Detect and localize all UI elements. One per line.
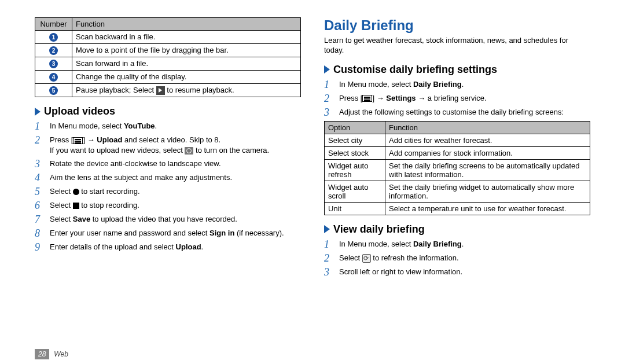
- table-row: Unit Select a temperature unit to use fo…: [325, 202, 590, 215]
- section-label: Web: [54, 350, 68, 358]
- th-option: Option: [325, 121, 385, 134]
- fn-cell: Select a temperature unit to use for wea…: [385, 202, 590, 215]
- opt-cell: Unit: [325, 202, 385, 215]
- table-row: 1 Scan backward in a file.: [35, 31, 301, 44]
- fn-cell: Pause playback; Select to resume playbac…: [72, 84, 301, 97]
- camera-icon: [185, 147, 193, 155]
- table-row: Select city Add cities for weather forec…: [325, 134, 590, 146]
- chevron-right-icon: [324, 225, 330, 233]
- page-footer: 28 Web: [35, 349, 68, 359]
- upload-steps: 1 In Menu mode, select YouTube. 2 Press …: [35, 121, 301, 252]
- num-badge-3: 3: [49, 60, 58, 68]
- page-layout: Number Function 1 Scan backward in a fil…: [0, 0, 625, 286]
- options-table: Option Function Select city Add cities f…: [324, 121, 590, 215]
- step-number: 3: [324, 107, 333, 117]
- table-row: Select stock Add companies for stock inf…: [325, 146, 590, 159]
- step-text: In Menu mode, select Daily Briefing.: [339, 79, 464, 90]
- h1-daily-briefing: Daily Briefing: [324, 17, 590, 34]
- num-badge-4: 4: [49, 73, 58, 82]
- step-text: Aim the lens at the subject and make any…: [50, 172, 232, 183]
- play-icon: [156, 86, 165, 95]
- table-row: 3 Scan forward in a file.: [35, 57, 301, 71]
- fn-cell: Set the daily briefing widget to automat…: [385, 181, 590, 202]
- step-text: Scroll left or right to view information…: [339, 267, 462, 277]
- num-badge-5: 5: [49, 86, 58, 95]
- fn-cell: Scan forward in a file.: [72, 57, 301, 71]
- step-text: Adjust the following settings to customi…: [339, 107, 564, 117]
- fn-cell: Scan backward in a file.: [72, 31, 301, 44]
- step-number: 1: [324, 239, 333, 249]
- page-number: 28: [35, 349, 49, 359]
- step-text: Select to stop recording.: [50, 200, 139, 211]
- refresh-icon: [362, 254, 371, 263]
- th-function: Function: [385, 121, 590, 134]
- step-text: Select to refresh the information.: [339, 253, 459, 263]
- step-number: 1: [35, 121, 44, 131]
- fn-cell: Change the quality of the display.: [72, 71, 301, 84]
- step-number: 8: [35, 228, 44, 238]
- step-text: Enter your user name and password and se…: [50, 228, 284, 238]
- opt-cell: Widget auto scroll: [325, 181, 385, 202]
- step-text: Rotate the device anti-clockwise to land…: [50, 159, 221, 169]
- stop-icon: [73, 203, 79, 209]
- step-number: 3: [324, 267, 333, 277]
- step-number: 5: [35, 186, 44, 197]
- step-number: 6: [35, 200, 44, 211]
- table-row: Widget auto scroll Set the daily briefin…: [325, 181, 590, 202]
- table-row: 5 Pause playback; Select to resume playb…: [35, 84, 301, 97]
- menu-key-icon: [73, 137, 83, 144]
- intro-text: Learn to get weather forecast, stock inf…: [324, 36, 590, 56]
- step-text: Select Save to upload the video that you…: [50, 214, 237, 225]
- h2-view: View daily briefing: [333, 223, 425, 236]
- step-number: 1: [324, 79, 333, 90]
- view-steps: 1 In Menu mode, select Daily Briefing. 2…: [324, 239, 590, 277]
- fn-cell: Add cities for weather forecast.: [385, 134, 590, 146]
- step-number: 9: [35, 242, 44, 252]
- table-row: Widget auto refresh Set the daily briefi…: [325, 159, 590, 181]
- opt-cell: Select stock: [325, 146, 385, 159]
- num-badge-1: 1: [49, 33, 58, 42]
- fn-cell: Add companies for stock information.: [385, 146, 590, 159]
- step-text: Press [] → Settings → a briefing service…: [339, 93, 487, 104]
- table-row: 2 Move to a point of the file by draggin…: [35, 44, 301, 57]
- num-badge-2: 2: [49, 46, 58, 55]
- opt-cell: Widget auto refresh: [325, 159, 385, 181]
- step-text: In Menu mode, select YouTube.: [50, 121, 157, 131]
- section-heading-customise: Customise daily briefing settings: [324, 64, 590, 76]
- step-number: 7: [35, 214, 44, 225]
- playback-controls-table: Number Function 1 Scan backward in a fil…: [35, 17, 301, 97]
- record-icon: [73, 189, 79, 195]
- left-column: Number Function 1 Scan backward in a fil…: [35, 17, 301, 281]
- section-heading-upload: Upload videos: [35, 105, 301, 117]
- fn-cell: Set the daily briefing screens to be aut…: [385, 159, 590, 181]
- right-column: Daily Briefing Learn to get weather fore…: [324, 17, 590, 281]
- step-number: 4: [35, 172, 44, 183]
- fn-cell: Move to a point of the file by dragging …: [72, 44, 301, 57]
- step-number: 2: [324, 253, 333, 263]
- h2-upload-videos: Upload videos: [44, 105, 115, 117]
- step-text: Press [] → Upload and select a video. Sk…: [50, 135, 269, 155]
- menu-key-icon: [362, 95, 372, 102]
- table-row: 4 Change the quality of the display.: [35, 71, 301, 84]
- th-number: Number: [35, 18, 72, 31]
- customise-steps: 1 In Menu mode, select Daily Briefing. 2…: [324, 79, 590, 117]
- step-number: 3: [35, 159, 44, 169]
- opt-cell: Select city: [325, 134, 385, 146]
- th-function: Function: [72, 18, 301, 31]
- chevron-right-icon: [35, 108, 41, 116]
- section-heading-view: View daily briefing: [324, 223, 590, 236]
- step-text: In Menu mode, select Daily Briefing.: [339, 239, 464, 249]
- h2-customise: Customise daily briefing settings: [333, 64, 497, 76]
- chevron-right-icon: [324, 65, 330, 73]
- step-number: 2: [324, 93, 333, 104]
- step-number: 2: [35, 135, 44, 145]
- step-text: Enter details of the upload and select U…: [50, 242, 203, 252]
- step-text: Select to start recording.: [50, 186, 140, 197]
